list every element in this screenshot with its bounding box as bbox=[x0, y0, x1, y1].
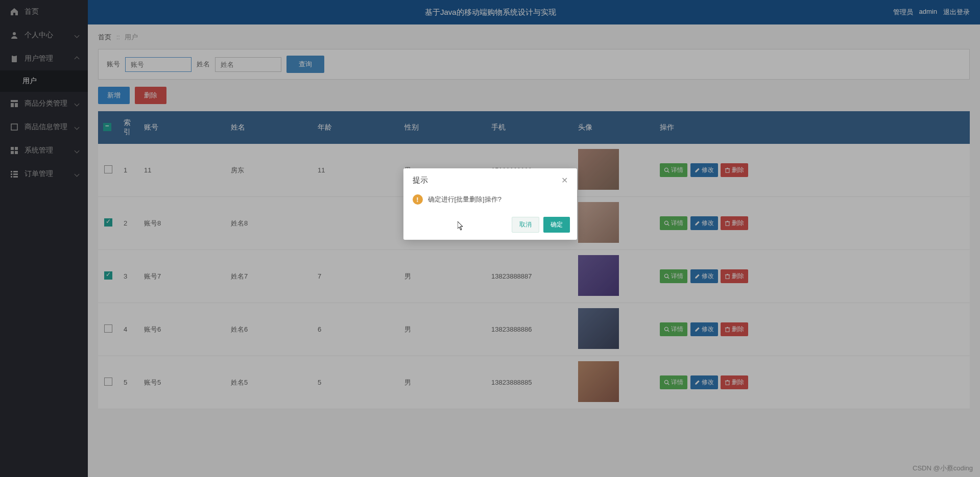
dialog-title: 提示 bbox=[413, 175, 428, 185]
warning-icon: ! bbox=[413, 194, 423, 205]
dialog-message: 确定进行[批量删除]操作? bbox=[428, 195, 501, 204]
close-icon[interactable]: ✕ bbox=[561, 175, 568, 185]
confirm-button[interactable]: 确定 bbox=[543, 217, 570, 233]
modal-overlay[interactable]: 提示 ✕ ! 确定进行[批量删除]操作? 取消 确定 bbox=[0, 0, 980, 417]
confirm-dialog: 提示 ✕ ! 确定进行[批量删除]操作? 取消 确定 bbox=[403, 168, 577, 240]
cancel-button[interactable]: 取消 bbox=[512, 217, 539, 233]
